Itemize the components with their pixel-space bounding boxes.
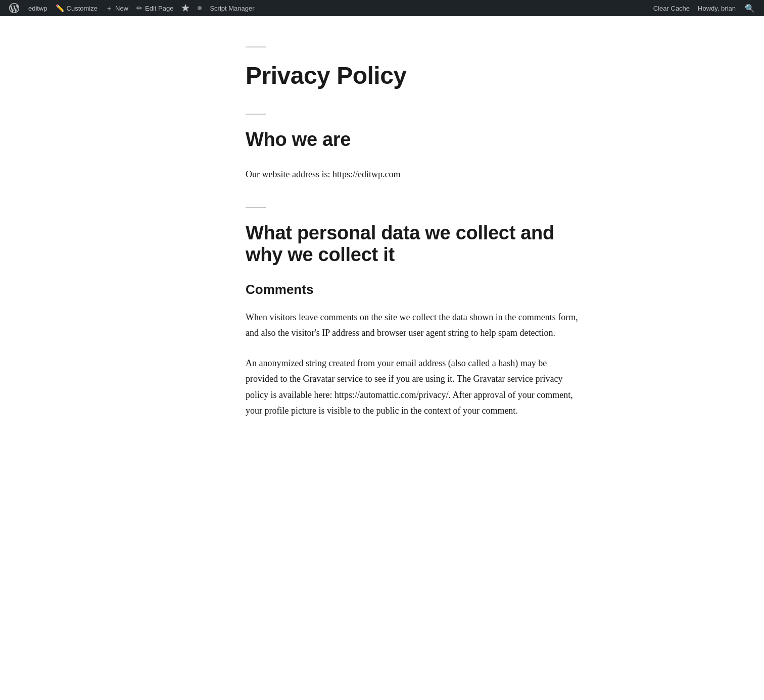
who-we-are-paragraph: Our website address is: https://editwp.c… [246, 167, 579, 183]
title-section: Privacy Policy [246, 46, 579, 89]
who-we-are-heading: Who we are [246, 129, 579, 151]
new-label: New [115, 5, 128, 12]
script-manager-label: Script Manager [210, 5, 254, 12]
comments-heading: Comments [246, 282, 579, 297]
edit-page-icon: ✏ [136, 5, 142, 12]
personal-data-heading: What personal data we collect and why we… [246, 222, 579, 266]
dot-icon [198, 6, 202, 10]
clear-cache-button[interactable]: Clear Cache [649, 0, 694, 16]
comments-paragraph-2: An anonymized string created from your e… [246, 356, 579, 419]
personal-data-section: What personal data we collect and why we… [246, 207, 579, 419]
who-we-are-section: Who we are Our website address is: https… [246, 114, 579, 183]
title-divider [246, 46, 266, 47]
script-manager-dot-indicator [194, 0, 206, 16]
page-content: Privacy Policy Who we are Our website ad… [155, 16, 609, 474]
howdy-label: Howdy, brian [698, 5, 736, 12]
customize-label: Customize [67, 5, 98, 12]
new-icon: ＋ [106, 5, 113, 12]
script-manager-button[interactable]: Script Manager [206, 0, 258, 16]
edit-page-button[interactable]: ✏ Edit Page [132, 0, 177, 16]
customize-button[interactable]: ✏️ Customize [52, 0, 102, 16]
search-button[interactable]: 🔍 [740, 0, 760, 16]
admin-bar-right: Clear Cache Howdy, brian 🔍 [649, 0, 760, 16]
new-button[interactable]: ＋ New [102, 0, 132, 16]
theme-icon [181, 4, 189, 13]
comments-paragraph-1: When visitors leave comments on the site… [246, 310, 579, 341]
user-menu-button[interactable]: Howdy, brian [694, 0, 740, 16]
who-we-are-divider [246, 114, 266, 115]
customize-icon: ✏️ [56, 5, 64, 12]
personal-data-divider [246, 207, 266, 208]
comments-subsection: Comments When visitors leave comments on… [246, 282, 579, 419]
edit-page-label: Edit Page [145, 5, 173, 12]
clear-cache-label: Clear Cache [653, 5, 690, 12]
wp-logo-button[interactable] [4, 0, 24, 16]
theme-button[interactable] [177, 0, 194, 16]
site-name-button[interactable]: editwp [24, 0, 52, 16]
page-title: Privacy Policy [246, 62, 579, 89]
search-icon: 🔍 [745, 4, 755, 13]
admin-bar: editwp ✏️ Customize ＋ New ✏ Edit Page Sc… [0, 0, 764, 16]
site-name-label: editwp [28, 5, 47, 12]
